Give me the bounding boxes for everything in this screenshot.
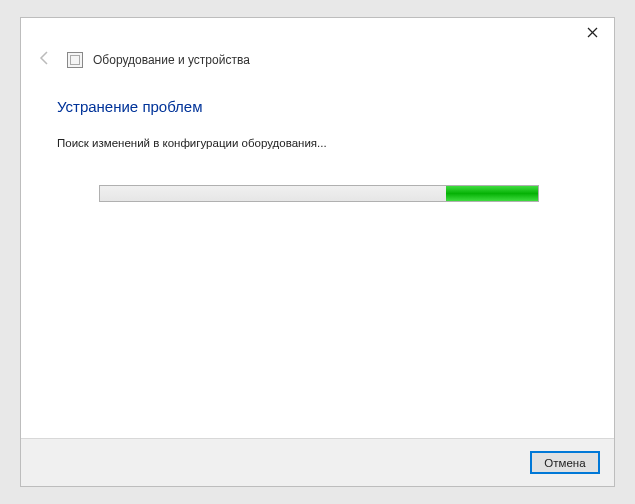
dialog-window: Оборудование и устройства Устранение про… [20, 17, 615, 487]
titlebar [21, 18, 614, 46]
cancel-button[interactable]: Отмена [530, 451, 600, 474]
back-arrow-icon [33, 50, 57, 70]
main-heading: Устранение проблем [57, 98, 578, 115]
header: Оборудование и устройства [21, 46, 614, 88]
footer: Отмена [21, 438, 614, 486]
close-icon [587, 27, 598, 38]
content-area: Устранение проблем Поиск изменений в кон… [21, 88, 614, 438]
status-text: Поиск изменений в конфигурации оборудова… [57, 137, 578, 149]
close-button[interactable] [576, 20, 608, 44]
progress-fill [446, 186, 538, 201]
header-title: Оборудование и устройства [93, 53, 250, 67]
hardware-icon [67, 52, 83, 68]
progress-bar [99, 185, 539, 202]
